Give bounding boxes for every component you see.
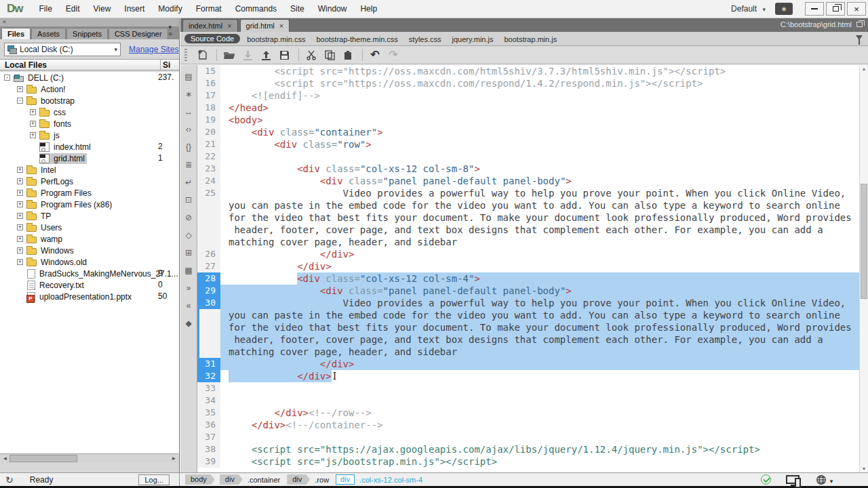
close-tab-icon[interactable]: × — [227, 22, 231, 30]
panel-tab-css-designer[interactable]: CSS Designer — [108, 28, 168, 39]
tree-row[interactable]: +Intel — [0, 164, 179, 176]
put-file-icon[interactable] — [258, 48, 274, 62]
tag-selector-div.col-xs-12.col-sm-4[interactable]: div — [336, 474, 355, 485]
code-navigator-icon[interactable]: ⊞ — [180, 245, 197, 263]
select-parent-tag-icon[interactable]: ‹› — [180, 122, 197, 140]
expand-icon[interactable]: + — [17, 213, 23, 219]
code-view[interactable]: 15 <script src="https://oss.maxcdn.com/h… — [197, 65, 859, 472]
code-line[interactable]: 16 <script src="https://oss.maxcdn.com/r… — [197, 77, 859, 89]
menu-insert[interactable]: Insert — [117, 4, 151, 14]
scrollbar-thumb[interactable] — [9, 455, 77, 462]
scroll-right-icon[interactable]: ► — [170, 455, 178, 463]
tree-item[interactable]: Action! — [26, 84, 68, 95]
minimize-button[interactable] — [805, 2, 824, 16]
tree-row[interactable]: index.html2 — [0, 141, 179, 152]
tree-row[interactable]: +wamp — [0, 233, 179, 245]
code-line[interactable]: 26 </div> — [197, 248, 859, 260]
wrap-tag-icon[interactable]: ◇ — [180, 228, 197, 245]
menu-site[interactable]: Site — [283, 4, 311, 14]
tree-item[interactable]: css — [39, 107, 68, 118]
tree-item[interactable]: DELL (C:) — [14, 73, 66, 83]
menu-help[interactable]: Help — [353, 4, 384, 14]
tree-item[interactable]: TP — [26, 211, 53, 222]
restore-button[interactable] — [826, 2, 845, 16]
tree-row[interactable]: -bootstrap — [0, 95, 179, 106]
tag-selector-div.container[interactable]: div — [220, 474, 243, 485]
undo-icon[interactable]: ↶ — [367, 48, 383, 62]
filter-icon[interactable] — [856, 35, 863, 40]
code-line[interactable]: matching cover page, header, and sidebar — [197, 346, 859, 358]
tree-row[interactable]: uploadPresentation1.pptx50 — [0, 291, 179, 302]
expand-icon[interactable]: + — [17, 224, 23, 230]
new-file-icon[interactable] — [194, 48, 210, 62]
code-line[interactable]: 37 — [197, 431, 859, 443]
tree-item[interactable]: js — [39, 130, 62, 141]
tag-selector-class[interactable]: .row — [315, 476, 329, 484]
size-column-header[interactable]: Si — [163, 60, 170, 70]
code-line[interactable]: 19<body> — [197, 114, 859, 126]
close-button[interactable]: × — [847, 2, 866, 16]
scroll-up-icon[interactable]: ▲ — [860, 66, 868, 71]
related-file-bootstrap-theme.min.css[interactable]: bootstrap-theme.min.css — [316, 35, 397, 43]
cut-icon[interactable] — [303, 48, 319, 62]
sync-settings-icon[interactable]: ∗ — [775, 3, 793, 15]
code-line[interactable]: 35 </div><!--/row--> — [197, 407, 859, 419]
tree-item[interactable]: Users — [26, 222, 64, 233]
close-tab-icon[interactable]: × — [279, 22, 283, 30]
expand-icon[interactable]: + — [30, 109, 36, 115]
code-line[interactable]: 22 — [197, 150, 859, 163]
tree-item[interactable]: Windows.old — [26, 257, 89, 268]
menu-view[interactable]: View — [87, 4, 118, 14]
document-tab-index.html[interactable]: index.html× — [182, 19, 238, 32]
code-line[interactable]: header, footer, cover page, and text box… — [197, 224, 859, 236]
code-line[interactable]: 21 <div class="row"> — [197, 138, 859, 150]
tree-item[interactable]: uploadPresentation1.pptx — [26, 291, 134, 302]
code-line[interactable]: 33 — [197, 382, 859, 394]
menu-file[interactable]: File — [33, 4, 59, 14]
code-vertical-scrollbar[interactable]: ▲ ▼ — [859, 65, 868, 472]
remove-comment-icon[interactable]: ⊘ — [180, 210, 197, 228]
code-line[interactable]: 39 <script src="js/bootstrap.min.js"></s… — [197, 455, 859, 468]
redo-icon[interactable]: ↷ — [385, 48, 401, 62]
menu-window[interactable]: Window — [311, 4, 354, 14]
site-select[interactable]: Local Disk (C:) ▾ — [4, 43, 121, 56]
tree-row[interactable]: +fonts — [0, 118, 179, 129]
scroll-down-icon[interactable]: ▼ — [860, 466, 868, 471]
tree-item[interactable]: Recovery.txt — [26, 280, 86, 291]
connect-to-server-icon[interactable]: ↻ — [5, 474, 14, 485]
file-list-header[interactable]: Local Files Si — [0, 59, 179, 70]
expand-icon[interactable]: + — [17, 247, 23, 253]
tree-item[interactable]: Program Files — [26, 188, 94, 199]
tree-row[interactable]: grid.html1 — [0, 152, 179, 164]
files-horizontal-scrollbar[interactable]: ◄ ► — [0, 453, 179, 463]
tree-row[interactable]: +Action! — [0, 83, 179, 95]
code-line[interactable]: matching cover page, header, and sidebar — [197, 236, 859, 248]
tree-row[interactable]: +css — [0, 106, 179, 118]
tree-item[interactable]: wamp — [26, 234, 64, 245]
indent-code-icon[interactable]: » — [180, 281, 197, 298]
tree-row[interactable]: +js — [0, 129, 179, 141]
code-line[interactable]: 18</head> — [197, 102, 859, 114]
outdent-code-icon[interactable]: « — [180, 298, 197, 316]
recent-snippets-icon[interactable]: ◆ — [180, 316, 197, 333]
code-line[interactable]: 20 <div class="container"> — [197, 126, 859, 138]
paste-icon[interactable] — [340, 48, 356, 62]
scroll-left-icon[interactable]: ◄ — [1, 455, 9, 463]
save-all-icon[interactable] — [276, 48, 292, 62]
code-line[interactable]: 38 <script src="https://ajax.googleapis.… — [197, 443, 859, 455]
code-line[interactable]: 34 — [197, 394, 859, 407]
expand-icon[interactable]: + — [17, 236, 23, 242]
collapse-icon[interactable]: - — [4, 75, 10, 81]
error-check-icon[interactable] — [761, 474, 771, 485]
tree-row[interactable]: Recovery.txt0 — [0, 279, 179, 291]
scrollbar-thumb[interactable] — [861, 184, 867, 299]
workspace-dropdown[interactable]: Default ▾ — [731, 4, 766, 14]
collapse-full-tag-icon[interactable]: ∗ — [180, 87, 197, 104]
log-button[interactable]: Log... — [138, 474, 170, 485]
format-source-code-icon[interactable]: ▦ — [180, 263, 197, 281]
tree-item[interactable]: Intel — [26, 165, 58, 176]
code-line[interactable]: 31 </div> — [197, 358, 859, 370]
document-restore-icon[interactable] — [856, 22, 863, 27]
expand-icon[interactable]: + — [17, 201, 23, 207]
panel-tab-snippets[interactable]: Snippets — [66, 28, 108, 39]
